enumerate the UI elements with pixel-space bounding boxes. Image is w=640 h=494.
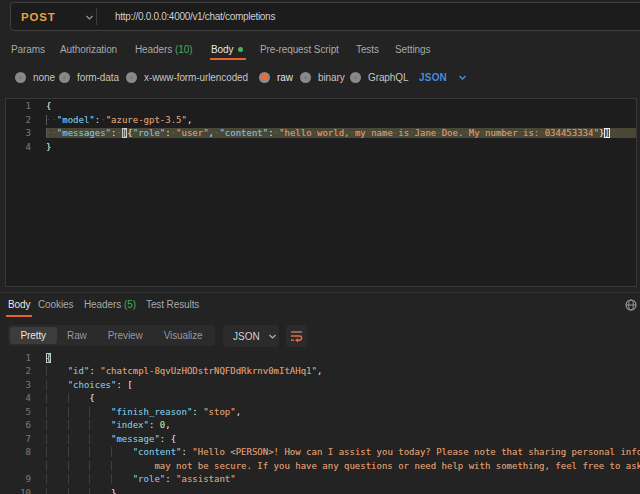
code-token-key: "content" (133, 447, 182, 457)
code-text: "index": 0, (46, 420, 171, 430)
code-text: "message": { (46, 434, 176, 444)
body-language-select[interactable]: JSON (419, 62, 467, 92)
request-tabs: ParamsAuthorizationHeaders(10)BodyPre-re… (0, 38, 640, 62)
response-toolbar: PrettyRawPreviewVisualize JSON (0, 325, 640, 347)
code-text: ··"messages":·[{"role":·"user",·"content… (46, 128, 610, 138)
request-tab-tests[interactable]: Tests (356, 38, 379, 60)
request-tab-body[interactable]: Body (211, 38, 243, 60)
code-line-2: 2··"model":·"azure-gpt-3.5", (6, 113, 636, 127)
request-code-lines: 1{2··"model":·"azure-gpt-3.5",3··"messag… (6, 99, 636, 154)
code-token-ws (46, 380, 68, 390)
code-token-punc: ,· (209, 128, 220, 138)
code-line-4: 4} (6, 140, 636, 154)
code-line-1: 1{ (6, 100, 636, 114)
tab-label: Body (8, 299, 30, 310)
code-token-ws: ·· (46, 128, 57, 138)
code-line-3: 3··"messages":·[{"role":·"user",·"conten… (6, 127, 636, 141)
code-token-punc: :· (95, 115, 106, 125)
response-language-chevron-down-icon (268, 332, 277, 341)
response-tab-headers[interactable]: Headers(5) (84, 293, 136, 315)
wrap-lines-button[interactable] (286, 325, 307, 347)
tab-label: Test Results (146, 299, 199, 310)
response-view-pretty[interactable]: Pretty (10, 327, 57, 344)
tab-filled-dot (238, 47, 243, 52)
code-line-3: 3 "choices": [ (0, 378, 640, 392)
code-text: } (46, 142, 51, 152)
line-number: 7 (0, 434, 31, 444)
language-chevron-down-icon (458, 73, 467, 82)
response-body-editor[interactable]: 1{2 "id": "chatcmpl-8qvUzHODstrNQFDdRkrn… (0, 351, 640, 494)
code-token-punc: { (46, 101, 51, 111)
body-type-option-graphql[interactable]: GraphQL (350, 62, 408, 92)
code-token-ws (46, 393, 89, 403)
code-token-str: "chatcmpl-8qvUzHODstrNQFDdRkrnv0mItAHq1" (100, 366, 317, 376)
code-token-punc: , (236, 407, 241, 417)
code-line-10: 10 } (0, 486, 640, 494)
body-type-label: none (33, 72, 55, 83)
body-type-label: raw (277, 72, 293, 83)
code-line-7: 7 "message": { (0, 432, 640, 446)
code-text: may not be secure. If you have any quest… (46, 461, 640, 471)
code-token-ws (46, 366, 68, 376)
method-label: POST (21, 11, 56, 23)
code-token-punc: , (187, 115, 192, 125)
tab-label: Pre-request Script (260, 44, 339, 55)
code-text: { (46, 393, 95, 403)
radio-checked-icon (259, 72, 270, 83)
code-token-str: "assistant" (176, 474, 236, 484)
response-tab-test-results[interactable]: Test Results (146, 293, 199, 315)
code-line-2: 2 "id": "chatcmpl-8qvUzHODstrNQFDdRkrnv0… (0, 365, 640, 379)
request-tab-settings[interactable]: Settings (395, 38, 430, 60)
code-token-ws: ·· (46, 115, 57, 125)
code-token-str: "Hello <PERSON>! How can I assist you to… (192, 447, 640, 457)
line-number: 1 (6, 101, 31, 111)
code-text: "content": "Hello <PERSON>! How can I as… (46, 447, 640, 457)
globe-icon[interactable] (624, 298, 638, 312)
response-view-visualize[interactable]: Visualize (153, 327, 213, 344)
request-tab-authorization[interactable]: Authorization (60, 38, 117, 60)
body-type-option-x-www-form-urlencoded[interactable]: x-www-form-urlencoded (126, 62, 248, 92)
code-token-key: "model" (57, 115, 95, 125)
response-view-raw[interactable]: Raw (57, 327, 98, 344)
line-number: 3 (6, 128, 31, 138)
code-token-ws (46, 461, 154, 471)
url-input[interactable]: http://0.0.0.0:4000/v1/chat/completions (115, 11, 275, 22)
response-language-dropdown[interactable]: JSON (223, 325, 279, 347)
response-tab-cookies[interactable]: Cookies (38, 293, 73, 315)
body-type-row: noneform-datax-www-form-urlencodedrawbin… (0, 62, 640, 92)
request-tab-params[interactable]: Params (11, 38, 45, 60)
code-text: ··"model":·"azure-gpt-3.5", (46, 115, 192, 125)
request-tab-pre-request-script[interactable]: Pre-request Script (260, 38, 339, 60)
tab-label: Body (211, 44, 233, 55)
request-body-editor[interactable]: 1{2··"model":·"azure-gpt-3.5",3··"messag… (5, 98, 637, 287)
response-language-label: JSON (233, 331, 260, 342)
response-view-preview[interactable]: Preview (97, 327, 153, 344)
code-text: "choices": [ (46, 380, 133, 390)
tab-label: Settings (395, 44, 430, 55)
line-number: 4 (0, 393, 31, 403)
body-type-option-form-data[interactable]: form-data (59, 62, 119, 92)
code-line-5: 5 "finish_reason": "stop", (0, 405, 640, 419)
body-type-option-none[interactable]: none (15, 62, 55, 92)
body-type-option-raw[interactable]: raw (259, 62, 293, 92)
code-line-4: 4 { (0, 392, 640, 406)
response-tab-body[interactable]: Body (8, 293, 30, 315)
code-token-punc: : (160, 434, 171, 444)
radio-unchecked-icon (300, 72, 311, 83)
code-token-ws (46, 407, 111, 417)
response-view-group: PrettyRawPreviewVisualize (8, 325, 215, 346)
code-token-str: "azure-gpt-3.5" (106, 115, 187, 125)
tab-label: Authorization (60, 44, 117, 55)
code-token-key: "messages" (57, 128, 111, 138)
body-type-label: x-www-form-urlencoded (144, 72, 248, 83)
body-type-option-binary[interactable]: binary (300, 62, 345, 92)
code-token-key: "id" (68, 366, 90, 376)
code-line-8: 8 "content": "Hello <PERSON>! How can I … (0, 446, 640, 460)
method-selector[interactable]: POST (11, 3, 96, 30)
request-tab-headers[interactable]: Headers(10) (135, 38, 193, 60)
code-text: { (46, 353, 51, 363)
code-token-punc: , (165, 420, 170, 430)
code-token-punc: { (171, 434, 176, 444)
code-line-9: 9 "role": "assistant" (0, 473, 640, 487)
code-token-punc: : (116, 380, 127, 390)
